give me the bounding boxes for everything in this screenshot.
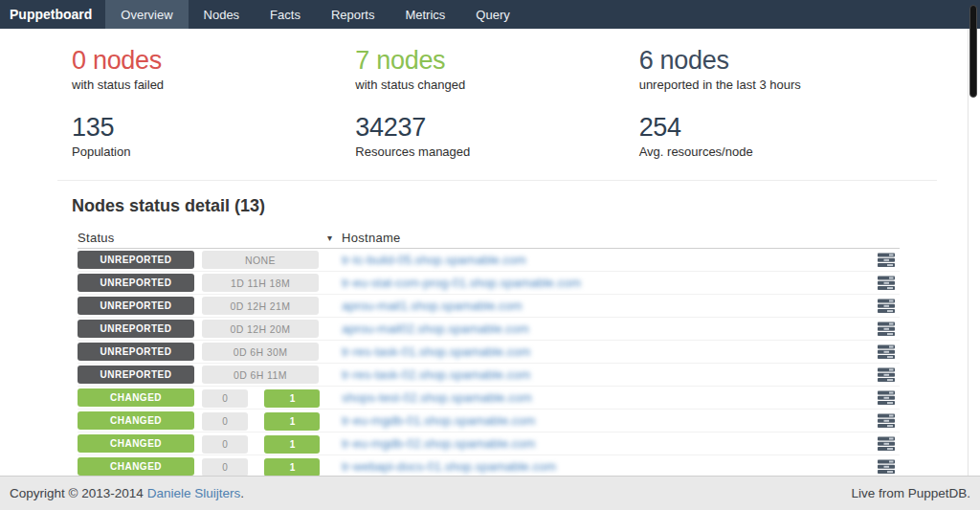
footer-copyright: Copyright © 2013-2014Daniele Sluijters. [10, 486, 244, 500]
stat-unreported-value: 6 nodes [639, 46, 923, 75]
table-row: UNREPORTED 0D 12H 21M aprou-mail1.shop.s… [78, 295, 900, 318]
changed-count-badge: 1 [264, 458, 320, 477]
hostname-link[interactable]: tr-res-task-02.shop.spamable.com [342, 367, 856, 382]
stat-avg-resources-label: Avg. resources/node [639, 144, 923, 159]
stat-population-value: 135 [72, 113, 355, 142]
main-content: 0 nodes with status failed 7 nodes with … [0, 29, 980, 501]
stat-resources-label: Resources managed [355, 144, 638, 159]
hostname-link[interactable]: tr-eu-mgdb-01.shop.spamable.com [342, 413, 856, 428]
navbar: Puppetboard OverviewNodesFactsReportsMet… [0, 0, 980, 29]
changed-count-badge: 1 [264, 435, 320, 454]
stat-changed-value: 7 nodes [355, 46, 638, 75]
table-row: UNREPORTED 0D 6H 11M tr-res-task-02.shop… [78, 364, 900, 387]
stat-changed: 7 nodes with status changed [355, 46, 638, 92]
nodes-status-table: Status ▾ Hostname UNREPORTED NONE tr-tc-… [78, 228, 900, 501]
stat-failed-label: with status failed [72, 78, 355, 92]
status-badge: UNREPORTED [78, 343, 194, 361]
last-report-badge: 0D 6H 11M [202, 366, 319, 384]
table-row: UNREPORTED NONE tr-tc-build-05.shop.spam… [78, 249, 900, 272]
column-header-hostname[interactable]: Hostname [342, 231, 856, 245]
nav-item-nodes[interactable]: Nodes [189, 0, 256, 29]
resource-stats: 135 Population 34237 Resources managed 2… [72, 113, 923, 159]
status-badge: UNREPORTED [78, 320, 194, 338]
last-report-badge: 0D 12H 21M [202, 297, 319, 315]
hostname-link[interactable]: aprou-mail1.shop.spamable.com [342, 299, 856, 313]
section-title: Nodes status detail (13) [72, 196, 923, 216]
status-badge: CHANGED [78, 411, 194, 430]
hostname-link[interactable]: aprou-mail02.shop.spamable.com [342, 322, 856, 336]
nav-item-query[interactable]: Query [460, 0, 524, 29]
stat-avg-resources: 254 Avg. resources/node [639, 113, 923, 159]
sort-caret-icon: ▾ [327, 233, 336, 243]
stat-failed: 0 nodes with status failed [72, 46, 355, 92]
author-link[interactable]: Daniele Sluijters [147, 486, 241, 500]
table-row: UNREPORTED 0D 6H 30M tr-res-task-01.shop… [78, 341, 900, 364]
table-row: CHANGED 0 1 tr-eu-mgdb-01.shop.spamable.… [78, 410, 900, 432]
skipped-count-badge: 0 [202, 435, 248, 454]
hostname-link[interactable]: tr-webapi-docs-01.shop.spamable.com [342, 459, 856, 474]
tasks-icon[interactable] [878, 367, 896, 383]
last-report-badge: 0D 12H 20M [202, 320, 319, 338]
changed-count-badge: 1 [264, 389, 320, 408]
node-status-stats: 0 nodes with status failed 7 nodes with … [72, 46, 923, 92]
status-badge: UNREPORTED [78, 274, 194, 292]
copyright-text: Copyright © 2013-2014 [10, 486, 144, 500]
stat-failed-value: 0 nodes [72, 46, 355, 75]
tasks-icon[interactable] [878, 322, 896, 337]
status-badge: UNREPORTED [78, 251, 194, 269]
last-report-badge: 0D 6H 30M [202, 343, 319, 361]
hostname-link[interactable]: shops-test-02.shop.spamable.com [342, 390, 856, 405]
last-report-badge: 1D 11H 18M [202, 274, 319, 292]
table-row: CHANGED 0 1 shops-test-02.shop.spamable.… [78, 387, 900, 410]
table-row: CHANGED 0 1 tr-eu-mgdb-02.shop.spamable.… [78, 432, 900, 455]
footer: Copyright © 2013-2014Daniele Sluijters. … [0, 476, 980, 510]
status-badge: CHANGED [78, 388, 194, 407]
tasks-icon[interactable] [878, 344, 896, 360]
status-badge: CHANGED [78, 457, 194, 476]
hostname-link[interactable]: tr-res-task-01.shop.spamable.com [342, 344, 856, 359]
nav-item-metrics[interactable]: Metrics [390, 0, 460, 29]
stat-unreported: 6 nodes unreported in the last 3 hours [639, 46, 923, 92]
stat-resources-value: 34237 [355, 113, 638, 142]
puppetdb-status-text: Live from PuppetDB. [851, 486, 970, 500]
tasks-icon[interactable] [878, 253, 896, 268]
nav-item-overview[interactable]: Overview [105, 0, 188, 29]
hostname-link[interactable]: tr-eu-mgdb-02.shop.spamable.com [342, 436, 856, 451]
stat-changed-label: with status changed [355, 78, 638, 92]
brand-link[interactable]: Puppetboard [0, 0, 105, 29]
scrollbar-track [968, 29, 969, 476]
table-row: UNREPORTED 0D 12H 20M aprou-mail02.shop.… [78, 318, 900, 341]
tasks-icon[interactable] [878, 299, 896, 314]
table-row: UNREPORTED 1D 11H 18M tr-eu-stat-com-pro… [78, 272, 900, 295]
hostname-link[interactable]: tr-eu-stat-com-prog-01.shop.spamable.com [342, 276, 856, 290]
nav-item-facts[interactable]: Facts [255, 0, 316, 29]
table-body: UNREPORTED NONE tr-tc-build-05.shop.spam… [78, 249, 900, 501]
stat-avg-resources-value: 254 [639, 113, 923, 142]
skipped-count-badge: 0 [202, 458, 248, 477]
skipped-count-badge: 0 [202, 389, 248, 408]
last-report-badge: NONE [202, 251, 319, 269]
stat-population-label: Population [72, 144, 355, 159]
stat-unreported-label: unreported in the last 3 hours [639, 78, 923, 92]
page: Puppetboard OverviewNodesFactsReportsMet… [0, 0, 980, 510]
tasks-icon[interactable] [878, 276, 896, 291]
copyright-period: . [240, 486, 244, 500]
status-badge: UNREPORTED [78, 366, 194, 384]
stat-population: 135 Population [72, 113, 355, 159]
scrollbar-thumb[interactable] [969, 5, 977, 98]
tasks-icon[interactable] [878, 436, 896, 452]
tasks-icon[interactable] [878, 413, 896, 429]
column-header-status[interactable]: Status [78, 231, 196, 245]
tasks-icon[interactable] [878, 390, 896, 406]
status-badge: UNREPORTED [78, 297, 194, 315]
nav-items: OverviewNodesFactsReportsMetricsQuery [105, 0, 524, 29]
changed-count-badge: 1 [264, 412, 320, 431]
stat-resources: 34237 Resources managed [355, 113, 638, 159]
hostname-link[interactable]: tr-tc-build-05.shop.spamable.com [342, 253, 856, 267]
table-header: Status ▾ Hostname [78, 228, 900, 249]
status-badge: CHANGED [78, 434, 194, 453]
section-divider [57, 180, 937, 181]
tasks-icon[interactable] [878, 459, 896, 475]
nav-item-reports[interactable]: Reports [316, 0, 390, 29]
skipped-count-badge: 0 [202, 412, 248, 431]
